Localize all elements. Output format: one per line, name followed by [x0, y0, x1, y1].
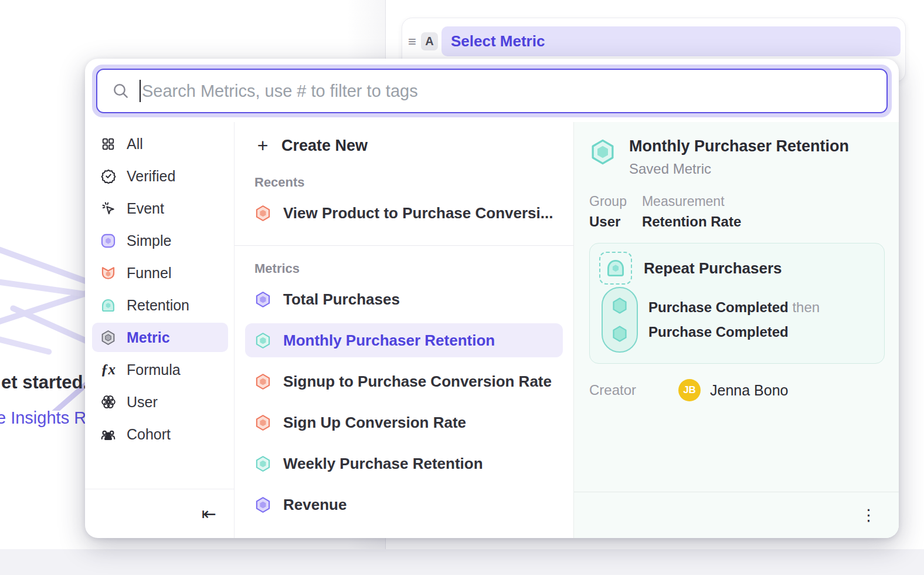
metric-item-total-purchases[interactable]: Total Purchases — [245, 282, 563, 316]
sidebar-item-label: Formula — [127, 361, 181, 378]
metric-hexagon-icon — [254, 414, 271, 431]
sidebar-item-metric[interactable]: Metric — [92, 323, 228, 352]
metric-item-weekly-purchase-retention[interactable]: Weekly Purchase Retention — [245, 447, 563, 481]
sidebar-item-formula[interactable]: ƒx Formula — [92, 355, 228, 384]
metric-picker-modal: All Verified — [85, 59, 899, 538]
background-get-started-text: et started. — [1, 372, 88, 393]
definition-steps: Purchase Completed then Purchase Complet… — [648, 295, 820, 344]
group-value: User — [589, 214, 627, 230]
creator-label: Creator — [589, 382, 678, 398]
sidebar-item-label: Retention — [127, 297, 189, 314]
metric-hexagon-icon — [254, 332, 271, 349]
background-insights-link[interactable]: e Insights Re — [0, 408, 96, 428]
definition-title: Repeat Purchasers — [644, 259, 782, 278]
sidebar-item-event[interactable]: Event — [92, 194, 228, 223]
detail-title: Monthly Purchaser Retention — [629, 137, 849, 155]
search-box[interactable] — [96, 69, 888, 113]
select-metric-button[interactable]: Select Metric — [441, 26, 901, 56]
sidebar-item-label: Cohort — [127, 426, 171, 443]
step2-event: Purchase Completed — [648, 324, 789, 340]
creator-avatar: JB — [678, 379, 701, 401]
retention-steps-capsule — [602, 287, 638, 353]
detail-footer: ⋮ — [574, 492, 899, 538]
metric-item-label: Monthly Purchaser Retention — [283, 332, 495, 350]
group-label: Group — [589, 194, 627, 209]
sidebar-item-simple[interactable]: Simple — [92, 226, 228, 255]
sidebar-item-user[interactable]: User — [92, 387, 228, 417]
sidebar-item-label: Simple — [127, 232, 171, 249]
metric-item-revenue[interactable]: Revenue — [245, 488, 563, 522]
metric-hexagon-icon — [254, 205, 271, 222]
metric-hexagon-icon — [254, 373, 271, 390]
step-hexagon-icon — [610, 324, 630, 344]
verified-badge-icon — [100, 168, 116, 184]
metric-item-label: Weekly Purchase Retention — [283, 455, 483, 473]
sidebar-footer: ⇤ — [85, 489, 234, 538]
sidebar-item-cohort[interactable]: Cohort — [92, 420, 228, 449]
cohort-people-icon — [100, 427, 116, 442]
creator-row: Creator JB Jenna Bono — [589, 379, 885, 401]
metric-item-view-product-to-purchase[interactable]: View Product to Purchase Conversi... — [245, 196, 563, 230]
metrics-section-label: Metrics — [254, 261, 563, 276]
text-cursor — [140, 80, 141, 102]
sidebar-item-label: User — [127, 394, 158, 411]
sidebar-item-label: All — [127, 136, 143, 153]
measurement-label: Measurement — [642, 194, 741, 209]
sidebar-item-verified[interactable]: Verified — [92, 161, 228, 191]
retention-icon — [100, 297, 116, 313]
retention-definition-icon — [599, 252, 632, 285]
search-focus-ring — [92, 65, 892, 117]
sidebar-item-all[interactable]: All — [92, 129, 228, 158]
metric-item-signup-to-purchase-conversion-rate[interactable]: Signup to Purchase Conversion Rate — [245, 364, 563, 398]
select-metric-label: Select Metric — [451, 32, 545, 50]
step-row: Purchase Completed — [648, 320, 820, 344]
cursor-click-icon — [100, 201, 116, 217]
simple-metric-icon — [100, 233, 116, 249]
row-letter-badge: A — [421, 32, 438, 50]
metric-detail-panel: Monthly Purchaser Retention Saved Metric… — [573, 122, 899, 538]
saved-metric-hexagon-icon — [589, 138, 616, 165]
measurement-value: Retention Rate — [642, 214, 741, 230]
section-divider — [235, 245, 573, 246]
metric-hexagon-icon — [100, 330, 116, 346]
step1-event: Purchase Completed — [648, 299, 789, 315]
metric-definition-card: Repeat Purchasers Purchase Completed the… — [589, 243, 885, 364]
plus-icon: + — [254, 135, 271, 157]
formula-icon: ƒx — [100, 362, 116, 378]
kebab-menu-icon[interactable]: ⋮ — [861, 508, 877, 523]
background-bottom-band — [0, 549, 924, 575]
group-field: Group User — [589, 194, 627, 230]
recents-section-label: Recents — [254, 175, 563, 190]
step-connector: then — [792, 299, 820, 315]
metric-item-label: View Product to Purchase Conversi... — [283, 204, 553, 222]
metric-item-sign-up-conversion-rate[interactable]: Sign Up Conversion Rate — [245, 405, 563, 439]
metric-item-label: Signup to Purchase Conversion Rate — [283, 373, 552, 391]
metric-item-monthly-purchaser-retention[interactable]: Monthly Purchaser Retention — [245, 323, 563, 357]
detail-subtitle: Saved Metric — [629, 161, 849, 177]
user-cluster-icon — [100, 394, 116, 410]
drag-handle-icon[interactable]: ≡ — [405, 26, 420, 56]
sidebar-item-retention[interactable]: Retention — [92, 290, 228, 320]
search-icon — [111, 82, 130, 100]
sidebar-item-label: Verified — [127, 168, 175, 185]
metric-hexagon-icon — [254, 291, 271, 308]
grid-icon — [100, 136, 116, 152]
sidebar-item-label: Metric — [127, 329, 170, 346]
step-hexagon-icon — [610, 296, 630, 316]
metric-hexagon-icon — [254, 496, 271, 513]
metric-list-column: + Create New Recents View Product to Pur… — [235, 122, 573, 538]
search-input[interactable] — [142, 82, 872, 101]
create-new-button[interactable]: + Create New — [254, 131, 563, 160]
step-row: Purchase Completed then — [648, 295, 820, 320]
creator-name: Jenna Bono — [710, 382, 788, 399]
measurement-field: Measurement Retention Rate — [642, 194, 741, 230]
create-new-label: Create New — [281, 137, 368, 155]
funnel-icon — [100, 265, 116, 281]
metric-item-label: Revenue — [283, 496, 346, 514]
sidebar-item-label: Funnel — [127, 265, 171, 282]
metric-item-label: Sign Up Conversion Rate — [283, 414, 466, 432]
filter-sidebar: All Verified — [85, 122, 235, 538]
sidebar-item-label: Event — [127, 200, 164, 217]
collapse-sidebar-icon[interactable]: ⇤ — [202, 505, 216, 523]
sidebar-item-funnel[interactable]: Funnel — [92, 258, 228, 288]
